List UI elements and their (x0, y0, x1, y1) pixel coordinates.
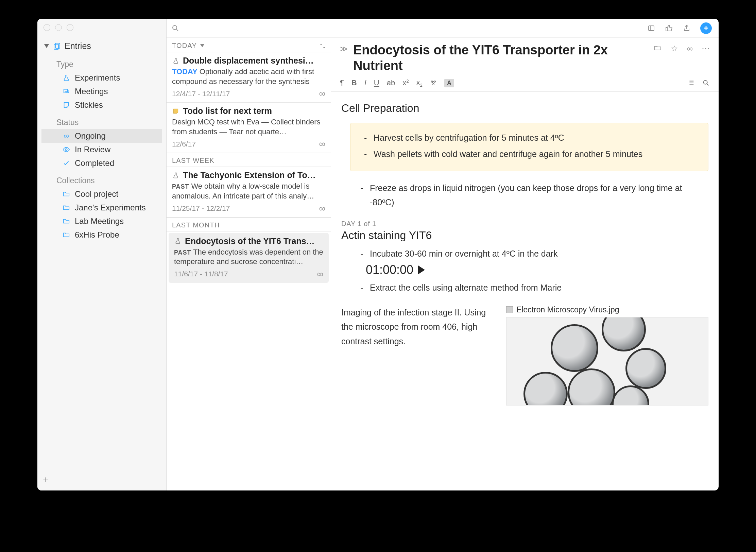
entry-date: 11/25/17 - 12/2/17 (172, 204, 230, 212)
imaging-note: Imaging of the infection stage II. Using… (341, 305, 496, 349)
entry-item-selected[interactable]: Endocytosis of the YIT6 Trans… PAST The … (169, 233, 329, 283)
svg-rect-4 (649, 26, 654, 31)
section-heading: Actin staining YIT6 (341, 229, 708, 242)
section-label: LAST MONTH (172, 221, 220, 229)
sticky-icon (172, 107, 179, 115)
infinity-icon[interactable]: ∞ (687, 44, 693, 53)
entry-item[interactable]: Double displacement synthesi… TODAY Opti… (167, 52, 331, 103)
highlight-button[interactable]: A (444, 79, 454, 87)
infinity-icon: ∞ (319, 139, 325, 149)
entry-snippet: PAST The endocytosis was dependent on th… (174, 247, 323, 267)
list-section-today[interactable]: TODAY ↑↓ (167, 38, 331, 52)
sidebar-item-completed[interactable]: Completed (41, 156, 162, 170)
callout-block: Harvest cells by centrifugation for 5 mi… (350, 123, 708, 171)
minimize-window[interactable] (55, 24, 62, 31)
entry-title: Endocytosis of the YIT6 Trans… (185, 236, 315, 246)
list-item: Freeze as drops in liquid nitrogen (you … (360, 181, 708, 210)
star-icon[interactable]: ☆ (671, 44, 678, 53)
sidebar-item-label: Cool project (75, 189, 118, 199)
sidebar-item-label: Lab Meetings (75, 217, 124, 226)
sidebar-item-ongoing[interactable]: ∞ Ongoing (41, 129, 162, 143)
sidebar-item-in-review[interactable]: In Review (41, 143, 162, 156)
app-window: Entries Type Experiments Meetings Sticki… (37, 19, 719, 490)
bold-button[interactable]: B (351, 79, 357, 87)
add-collection-button[interactable]: + (43, 474, 49, 486)
thumbs-up-icon[interactable] (665, 24, 673, 32)
outline-icon[interactable] (687, 79, 695, 87)
window-controls (44, 24, 73, 31)
find-icon[interactable] (702, 79, 710, 87)
sort-toggle[interactable]: ↑↓ (319, 41, 325, 50)
sidebar-item-label: Jane's Experiments (75, 203, 146, 212)
timer[interactable]: 01:00:00 (366, 263, 708, 277)
play-icon[interactable] (418, 265, 425, 274)
entry-title: Todo list for next term (183, 106, 272, 116)
infinity-icon: ∞ (62, 132, 71, 140)
sidebar-toggle-icon[interactable] (647, 24, 655, 32)
document-title[interactable]: Endocytosis of the YIT6 Transporter in 2… (353, 42, 647, 73)
expand-icon[interactable]: ≫ (340, 42, 348, 53)
list-section-last-week[interactable]: LAST WEEK (167, 153, 331, 167)
svg-point-2 (65, 149, 67, 151)
entry-snippet: Design MCQ test with Eva — Collect binde… (172, 117, 325, 137)
flask-icon (174, 237, 182, 245)
list-item: Incubate 30-60 min or overnight at 4ºC i… (360, 246, 708, 261)
superscript-button[interactable]: x2 (402, 79, 409, 87)
new-entry-button[interactable]: + (700, 22, 712, 34)
entry-title: The Tachyonic Extension of To… (183, 170, 316, 180)
link-button[interactable] (430, 80, 437, 86)
folder-icon (62, 217, 71, 226)
strike-button[interactable]: ab (387, 79, 395, 87)
close-window[interactable] (44, 24, 50, 31)
chevron-down-icon (200, 44, 204, 47)
entry-title: Double displacement synthesi… (183, 56, 314, 66)
svg-point-5 (431, 81, 433, 82)
sidebar-item-meetings[interactable]: Meetings (41, 85, 162, 98)
sidebar-item-label: 6xHis Probe (75, 230, 119, 240)
share-icon[interactable] (683, 24, 691, 32)
sidebar-item-stickies[interactable]: Stickies (41, 98, 162, 112)
section-heading: Cell Preparation (341, 102, 708, 115)
more-icon[interactable]: ⋯ (702, 44, 710, 53)
flask-icon (62, 73, 71, 82)
italic-button[interactable]: I (364, 79, 366, 87)
section-label: LAST WEEK (172, 157, 214, 165)
attachment[interactable]: Electron Microscopy Virus.jpg (506, 305, 708, 406)
sidebar: Entries Type Experiments Meetings Sticki… (37, 19, 167, 490)
section-label: TODAY (172, 42, 197, 50)
entry-date: 11/6/17 - 11/8/17 (174, 270, 228, 278)
sidebar-item-experiments[interactable]: Experiments (41, 71, 162, 85)
sidebar-root-entries[interactable]: Entries (41, 38, 162, 54)
sidebar-item-label: Experiments (75, 73, 120, 83)
sidebar-item-lab-meetings[interactable]: Lab Meetings (41, 214, 162, 228)
sidebar-item-6xhis-probe[interactable]: 6xHis Probe (41, 228, 162, 242)
entry-snippet: TODAY Optionally add acetic acid with fi… (172, 67, 325, 86)
svg-point-6 (434, 81, 435, 82)
list-toolbar (167, 19, 331, 38)
infinity-icon: ∞ (319, 203, 325, 214)
document-body[interactable]: Cell Preparation Harvest cells by centri… (331, 92, 719, 412)
svg-point-3 (173, 25, 177, 30)
zoom-window[interactable] (67, 24, 73, 31)
sidebar-item-cool-project[interactable]: Cool project (41, 187, 162, 201)
entry-item[interactable]: The Tachyonic Extension of To… PAST We o… (167, 167, 331, 217)
flask-icon (172, 57, 179, 65)
subscript-button[interactable]: x2 (416, 78, 423, 88)
folder-icon[interactable] (654, 44, 662, 53)
eye-icon (62, 145, 71, 154)
folder-icon (62, 190, 71, 199)
list-item: Harvest cells by centrifugation for 5 mi… (364, 131, 699, 145)
list-section-last-month[interactable]: LAST MONTH (167, 218, 331, 231)
entry-list: TODAY ↑↓ Double displacement synthesi… T… (167, 19, 331, 490)
sidebar-heading-collections: Collections (41, 170, 162, 187)
sidebar-item-janes-experiments[interactable]: Jane's Experiments (41, 201, 162, 214)
chat-icon (62, 87, 71, 96)
timer-value: 01:00:00 (366, 263, 413, 277)
search-icon[interactable] (171, 24, 179, 32)
underline-button[interactable]: U (374, 79, 379, 87)
entry-date: 12/6/17 (172, 140, 196, 148)
entry-item[interactable]: Todo list for next term Design MCQ test … (167, 103, 331, 153)
list-item: Wash pellets with cold water and centrif… (364, 147, 699, 161)
sidebar-item-label: Meetings (75, 87, 108, 96)
paragraph-icon[interactable]: ¶ (340, 79, 344, 87)
